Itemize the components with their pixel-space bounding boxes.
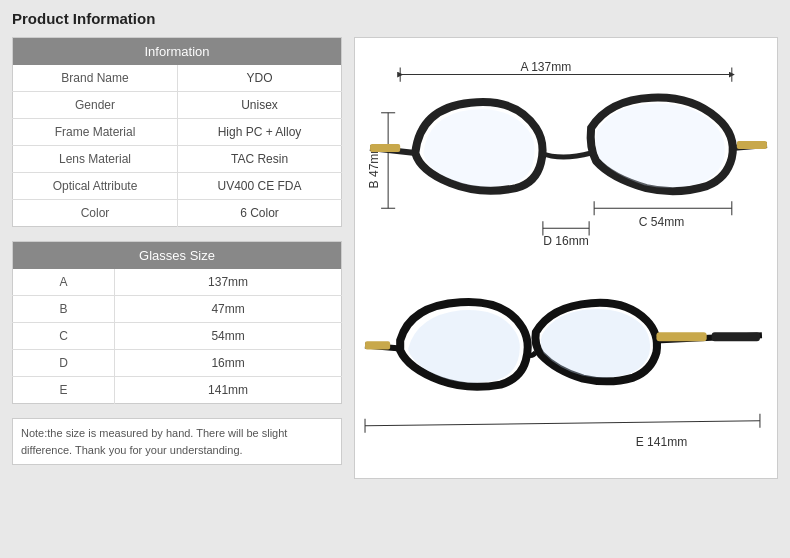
content-row: Information Brand NameYDOGenderUnisexFra… <box>12 37 778 479</box>
table-row: A137mm <box>13 269 342 296</box>
page-wrapper: Product Information Information Brand Na… <box>0 0 790 558</box>
row-value: 6 Color <box>178 200 342 227</box>
table-row: Frame MaterialHigh PC + Alloy <box>13 119 342 146</box>
svg-rect-22 <box>656 332 706 341</box>
row-label: E <box>13 377 115 404</box>
svg-rect-24 <box>365 341 390 349</box>
row-value: 16mm <box>115 350 342 377</box>
svg-rect-23 <box>712 332 760 341</box>
table-row: D16mm <box>13 350 342 377</box>
row-value: Unisex <box>178 92 342 119</box>
svg-rect-11 <box>737 141 767 149</box>
size-table-header: Glasses Size <box>13 242 342 270</box>
svg-rect-10 <box>370 144 400 152</box>
row-label: Color <box>13 200 178 227</box>
row-label: Optical Attribute <box>13 173 178 200</box>
svg-text:D 16mm: D 16mm <box>543 234 589 248</box>
diagram-bottom: E 141mm <box>360 268 772 468</box>
table-row: GenderUnisex <box>13 92 342 119</box>
table-row: Lens MaterialTAC Resin <box>13 146 342 173</box>
row-value: TAC Resin <box>178 146 342 173</box>
row-label: Brand Name <box>13 65 178 92</box>
row-value: 47mm <box>115 296 342 323</box>
svg-text:E 141mm: E 141mm <box>636 435 688 449</box>
svg-line-25 <box>365 421 760 426</box>
table-row: E141mm <box>13 377 342 404</box>
table-row: Brand NameYDO <box>13 65 342 92</box>
row-label: B <box>13 296 115 323</box>
svg-text:A 137mm: A 137mm <box>520 60 571 74</box>
row-label: A <box>13 269 115 296</box>
row-value: UV400 CE FDA <box>178 173 342 200</box>
size-table: Glasses Size A137mmB47mmC54mmD16mmE141mm <box>12 241 342 404</box>
row-label: Gender <box>13 92 178 119</box>
right-column: A 137mm B 47mm <box>354 37 778 479</box>
svg-text:C 54mm: C 54mm <box>639 215 685 229</box>
table-row: Optical AttributeUV400 CE FDA <box>13 173 342 200</box>
info-table-header: Information <box>13 38 342 66</box>
row-value: 54mm <box>115 323 342 350</box>
row-value: YDO <box>178 65 342 92</box>
table-row: Color6 Color <box>13 200 342 227</box>
glasses-diagram-top-svg: A 137mm B 47mm <box>360 48 772 268</box>
row-label: C <box>13 323 115 350</box>
row-label: Lens Material <box>13 146 178 173</box>
note-text: Note:the size is measured by hand. There… <box>12 418 342 465</box>
row-label: Frame Material <box>13 119 178 146</box>
info-table: Information Brand NameYDOGenderUnisexFra… <box>12 37 342 227</box>
glasses-diagram-bottom-svg: E 141mm <box>360 268 772 468</box>
left-column: Information Brand NameYDOGenderUnisexFra… <box>12 37 342 479</box>
row-value: 137mm <box>115 269 342 296</box>
table-row: B47mm <box>13 296 342 323</box>
row-value: 141mm <box>115 377 342 404</box>
row-label: D <box>13 350 115 377</box>
diagram-top: A 137mm B 47mm <box>360 48 772 268</box>
page-title: Product Information <box>12 10 778 27</box>
table-row: C54mm <box>13 323 342 350</box>
row-value: High PC + Alloy <box>178 119 342 146</box>
